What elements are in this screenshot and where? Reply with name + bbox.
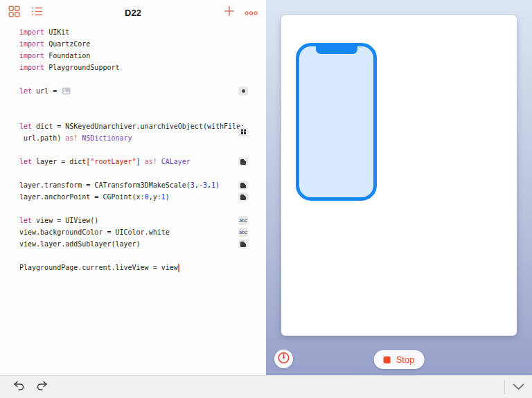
code-line[interactable]: PlaygroundPage.current.liveView = view xyxy=(0,262,266,273)
result-button-layer[interactable] xyxy=(238,239,248,248)
code-line[interactable]: import Foundation xyxy=(0,50,266,62)
pages-list-button[interactable] xyxy=(30,6,43,19)
redo-icon xyxy=(36,381,48,393)
code-line[interactable]: let url = xyxy=(0,85,266,97)
more-button[interactable] xyxy=(245,6,257,19)
result-button-layer[interactable] xyxy=(238,192,248,201)
code-line[interactable] xyxy=(0,109,266,120)
redo-button[interactable] xyxy=(35,380,48,394)
run-speed-button[interactable] xyxy=(274,350,293,368)
file-literal-icon[interactable] xyxy=(62,87,71,95)
text-cursor xyxy=(178,264,179,272)
page-title: D22 xyxy=(125,8,141,18)
code-line[interactable] xyxy=(0,73,266,85)
ellipsis-icon xyxy=(245,6,258,19)
code-line[interactable]: layer.transform = CATransform3DMakeScale… xyxy=(0,179,266,191)
code-line[interactable]: import UIKit xyxy=(0,26,266,38)
plus-icon xyxy=(224,6,235,19)
code-line[interactable] xyxy=(0,144,266,156)
stop-square-icon xyxy=(384,356,391,363)
result-button-abc[interactable]: abc xyxy=(238,216,248,225)
code-line[interactable] xyxy=(0,168,266,179)
live-view-card xyxy=(281,15,517,336)
swift-playgrounds-app: D22 import UIKitimport QuartzCoreimport … xyxy=(0,0,532,398)
code-line[interactable] xyxy=(0,97,266,109)
code-line[interactable]: view.layer.addSublayer(layer) xyxy=(0,238,266,250)
toolbar-divider xyxy=(504,380,505,394)
phone-notch xyxy=(316,46,357,54)
grid-icon xyxy=(8,6,20,20)
code-line[interactable]: layer.anchorPoint = CGPoint(x:0,y:1) xyxy=(0,191,266,203)
result-button-layer[interactable] xyxy=(238,181,248,190)
code-line[interactable]: view.backgroundColor = UIColor.whiteabc xyxy=(0,226,266,238)
editor-panel: D22 import UIKitimport QuartzCoreimport … xyxy=(0,0,266,375)
chevron-down-icon xyxy=(513,381,524,393)
result-button-dot[interactable] xyxy=(238,87,248,96)
code-line[interactable]: let layer = dict["rootLayer"] as! CALaye… xyxy=(0,156,266,168)
hide-keyboard-button[interactable] xyxy=(511,380,525,394)
bottom-toolbar xyxy=(0,375,532,398)
code-line[interactable] xyxy=(0,203,266,215)
add-button[interactable] xyxy=(223,6,236,19)
stop-button-label: Stop xyxy=(396,354,415,365)
code-line[interactable]: import QuartzCore xyxy=(0,38,266,50)
phone-outline-drawing xyxy=(296,43,377,201)
stop-button[interactable]: Stop xyxy=(374,350,425,369)
result-button-layer[interactable] xyxy=(238,157,248,166)
my-playgrounds-button[interactable] xyxy=(8,6,20,19)
undo-button[interactable] xyxy=(12,380,26,394)
undo-icon xyxy=(13,381,25,393)
code-line[interactable]: import PlaygroundSupport xyxy=(0,62,266,73)
result-button-abc[interactable]: abc xyxy=(238,228,248,237)
editor-topbar: D22 xyxy=(0,0,266,25)
code-line[interactable] xyxy=(0,250,266,262)
speedometer-icon xyxy=(277,351,290,367)
code-line[interactable]: let dict = NSKeyedUnarchiver.unarchiveOb… xyxy=(0,120,266,132)
code-area[interactable]: import UIKitimport QuartzCoreimport Foun… xyxy=(0,26,266,375)
code-line[interactable]: let view = UIView()abc xyxy=(0,215,266,226)
code-lines: import UIKitimport QuartzCoreimport Foun… xyxy=(0,26,266,273)
live-view-panel: Stop xyxy=(266,0,532,375)
code-line[interactable]: url.path) as! NSDictionary xyxy=(0,132,266,144)
list-icon xyxy=(31,6,43,19)
